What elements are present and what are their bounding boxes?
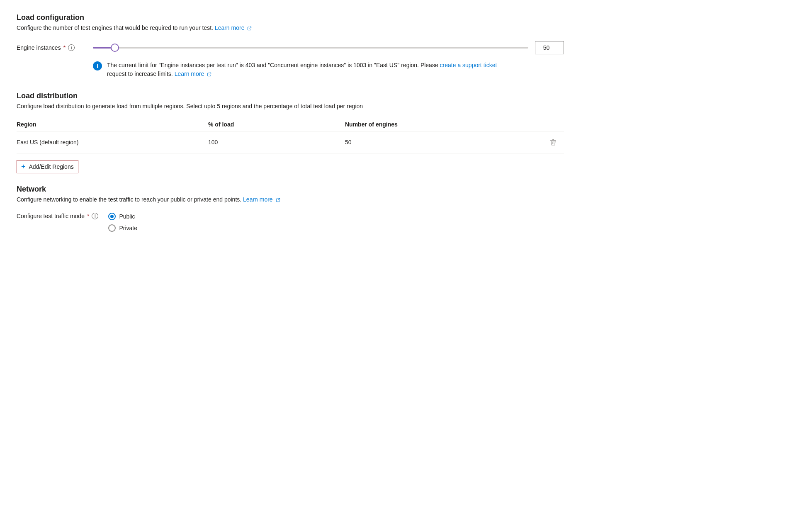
engine-limit-learn-more-link[interactable]: Learn more bbox=[175, 70, 211, 77]
network-desc: Configure networking to enable the test … bbox=[17, 196, 564, 203]
load-config-section: Load configuration Configure the number … bbox=[17, 13, 564, 78]
network-external-link-icon bbox=[276, 198, 280, 202]
table-cell-region: East US (default region) bbox=[17, 131, 208, 153]
load-distribution-desc: Configure load distribution to generate … bbox=[17, 103, 564, 109]
info-circle-icon: i bbox=[93, 61, 102, 70]
engine-instances-input[interactable] bbox=[535, 41, 564, 54]
traffic-mode-radio-group: Public Private bbox=[108, 213, 137, 232]
required-star: * bbox=[63, 44, 66, 51]
external-link-icon bbox=[247, 26, 252, 31]
radio-option-private[interactable]: Private bbox=[108, 224, 137, 232]
engine-instances-info-icon[interactable]: i bbox=[68, 44, 75, 51]
traffic-mode-label: Configure test traffic mode * i bbox=[17, 213, 98, 219]
create-support-ticket-link[interactable]: create a support ticket bbox=[440, 62, 497, 68]
network-title: Network bbox=[17, 185, 564, 194]
col-header-action bbox=[509, 118, 564, 131]
table-cell-action bbox=[509, 131, 564, 153]
network-section: Network Configure networking to enable t… bbox=[17, 185, 564, 232]
engine-limit-info-box: i The current limit for "Engine instance… bbox=[93, 61, 564, 78]
traffic-mode-required-star: * bbox=[87, 213, 89, 219]
table-cell-load: 100 bbox=[208, 131, 345, 153]
traffic-mode-row: Configure test traffic mode * i Public P… bbox=[17, 213, 564, 232]
load-distribution-section: Load distribution Configure load distrib… bbox=[17, 92, 564, 185]
col-header-region: Region bbox=[17, 118, 208, 131]
load-config-desc: Configure the number of test engines tha… bbox=[17, 24, 564, 31]
radio-option-public[interactable]: Public bbox=[108, 213, 137, 220]
slider-track[interactable] bbox=[93, 47, 528, 49]
load-config-learn-more-link[interactable]: Learn more bbox=[215, 24, 252, 31]
table-row: East US (default region) 100 50 bbox=[17, 131, 564, 153]
svg-rect-0 bbox=[552, 139, 554, 140]
radio-circle-public bbox=[108, 213, 116, 220]
slider-thumb[interactable] bbox=[111, 44, 119, 52]
load-distribution-title: Load distribution bbox=[17, 92, 564, 100]
table-cell-engines: 50 bbox=[345, 131, 509, 153]
col-header-load: % of load bbox=[208, 118, 345, 131]
network-learn-more-link[interactable]: Learn more bbox=[243, 196, 280, 203]
col-header-engines: Number of engines bbox=[345, 118, 509, 131]
plus-icon: + bbox=[21, 163, 26, 170]
delete-row-button[interactable] bbox=[547, 136, 559, 148]
radio-circle-private bbox=[108, 224, 116, 232]
svg-rect-1 bbox=[550, 140, 556, 141]
distribution-table: Region % of load Number of engines East … bbox=[17, 118, 564, 153]
engine-limit-info-text: The current limit for "Engine instances … bbox=[107, 61, 497, 78]
engine-instances-label: Engine instances * i bbox=[17, 44, 83, 51]
engine-instances-row: Engine instances * i bbox=[17, 41, 564, 54]
radio-label-public: Public bbox=[119, 213, 135, 220]
engine-instances-slider-container bbox=[93, 41, 564, 54]
load-config-title: Load configuration bbox=[17, 13, 564, 22]
traffic-mode-info-icon[interactable]: i bbox=[92, 213, 98, 219]
external-link-icon-2 bbox=[207, 72, 211, 77]
radio-label-private: Private bbox=[119, 225, 137, 231]
add-edit-regions-button[interactable]: + Add/Edit Regions bbox=[17, 160, 78, 173]
